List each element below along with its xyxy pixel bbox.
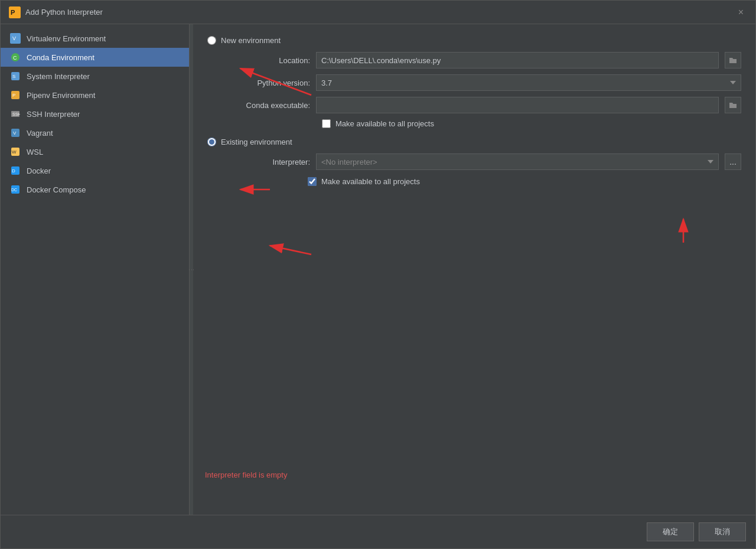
interpreter-row: Interpreter: <No interpreter> ... xyxy=(207,153,741,170)
sidebar-item-label-vagrant: Vagrant xyxy=(27,129,53,138)
folder-icon2 xyxy=(729,101,737,109)
sidebar-item-label-pipenv: Pipenv Environment xyxy=(27,91,95,100)
sidebar-item-label-docker-compose: Docker Compose xyxy=(27,185,86,194)
sidebar-item-label-conda: Conda Environment xyxy=(27,53,94,62)
location-input[interactable] xyxy=(316,52,719,68)
existing-make-available-row: Make available to all projects xyxy=(207,177,741,186)
svg-text:C: C xyxy=(13,55,17,61)
svg-text:V: V xyxy=(12,35,16,41)
wsl-icon: W xyxy=(10,146,21,157)
vagrant-icon: V xyxy=(10,128,21,138)
conda-executable-row: Conda executable: xyxy=(221,97,741,113)
location-label: Location: xyxy=(221,56,310,65)
sidebar-item-vagrant[interactable]: V Vagrant xyxy=(1,123,189,142)
svg-text:DC: DC xyxy=(11,188,17,192)
sidebar-item-ssh[interactable]: SSH SSH Interpreter xyxy=(1,104,189,123)
svg-text:SSH: SSH xyxy=(12,112,20,116)
title-bar-left: P Add Python Interpreter xyxy=(9,6,103,18)
svg-text:S: S xyxy=(12,74,15,79)
virtualenv-icon: V xyxy=(10,33,21,44)
sidebar-item-docker[interactable]: D Docker xyxy=(1,161,189,180)
sidebar-item-docker-compose[interactable]: DC Docker Compose xyxy=(1,180,189,199)
sidebar-item-conda[interactable]: C Conda Environment xyxy=(1,48,189,67)
interpreter-select[interactable]: <No interpreter> xyxy=(316,153,719,170)
main-content: V Virtualenv Environment C Conda Environ… xyxy=(1,24,755,515)
sidebar-item-label-docker: Docker xyxy=(27,166,51,175)
sidebar: V Virtualenv Environment C Conda Environ… xyxy=(1,24,190,515)
new-env-make-available-row: Make available to all projects xyxy=(221,119,741,128)
sidebar-item-wsl[interactable]: W WSL xyxy=(1,142,189,161)
svg-text:W: W xyxy=(12,149,17,155)
python-version-row: Python version: 3.7 3.8 3.9 xyxy=(221,74,741,91)
folder-icon xyxy=(729,56,737,64)
python-version-select[interactable]: 3.7 3.8 3.9 xyxy=(316,74,741,91)
location-browse-btn[interactable] xyxy=(725,52,741,68)
sidebar-item-system[interactable]: S System Interpreter xyxy=(1,67,189,86)
location-row: Location: xyxy=(221,52,741,68)
sidebar-item-label-ssh: SSH Interpreter xyxy=(27,110,80,119)
sidebar-item-virtualenv[interactable]: V Virtualenv Environment xyxy=(1,29,189,48)
confirm-button[interactable]: 确定 xyxy=(647,522,694,541)
system-icon: S xyxy=(10,71,21,81)
existing-env-label: Existing environment xyxy=(221,138,292,146)
docker-icon: D xyxy=(10,165,21,176)
conda-executable-input[interactable] xyxy=(316,97,719,113)
new-env-form: Location: Python version: 3.7 3.8 xyxy=(207,52,741,128)
docker-compose-icon: DC xyxy=(10,184,21,195)
conda-executable-label: Conda executable: xyxy=(221,101,310,110)
conda-browse-btn[interactable] xyxy=(725,97,741,113)
python-version-label: Python version: xyxy=(221,79,310,87)
dialog-title: Add Python Interpreter xyxy=(25,8,103,17)
right-panel: New environment Location: Python vers xyxy=(193,24,755,515)
svg-text:D: D xyxy=(12,168,15,174)
interpreter-label: Interpreter: xyxy=(221,158,310,166)
new-env-radio-row: New environment xyxy=(207,36,741,45)
new-env-section: New environment Location: Python vers xyxy=(207,36,741,128)
add-python-interpreter-dialog: P Add Python Interpreter × V Virtualenv … xyxy=(0,0,756,549)
svg-text:P: P xyxy=(11,9,15,16)
pipenv-icon: P xyxy=(10,90,21,100)
new-env-label: New environment xyxy=(221,36,281,45)
sidebar-item-label-system: System Interpreter xyxy=(27,72,90,81)
existing-env-radio[interactable] xyxy=(207,138,216,146)
pycharm-icon: P xyxy=(9,6,21,18)
existing-make-available-checkbox[interactable] xyxy=(308,177,317,186)
footer: 确定 取消 xyxy=(1,515,755,548)
existing-make-available-label: Make available to all projects xyxy=(321,177,420,186)
svg-text:V: V xyxy=(13,130,17,136)
existing-env-radio-row: Existing environment xyxy=(207,138,741,146)
cancel-button[interactable]: 取消 xyxy=(699,522,746,541)
new-env-make-available-checkbox[interactable] xyxy=(322,119,331,128)
sidebar-item-label-virtualenv: Virtualenv Environment xyxy=(27,34,106,43)
interpreter-browse-btn[interactable]: ... xyxy=(725,153,741,170)
existing-env-section: Existing environment Interpreter: <No in… xyxy=(207,138,741,186)
error-message: Interpreter field is empty xyxy=(205,470,287,479)
svg-text:P: P xyxy=(12,93,15,98)
sidebar-item-label-wsl: WSL xyxy=(27,148,43,156)
new-env-radio[interactable] xyxy=(207,36,216,45)
close-button[interactable]: × xyxy=(735,6,747,19)
ssh-icon: SSH xyxy=(10,109,21,119)
sidebar-item-pipenv[interactable]: P Pipenv Environment xyxy=(1,86,189,104)
conda-icon: C xyxy=(10,52,21,63)
title-bar: P Add Python Interpreter × xyxy=(1,1,755,24)
new-env-make-available-label: Make available to all projects xyxy=(335,119,434,128)
